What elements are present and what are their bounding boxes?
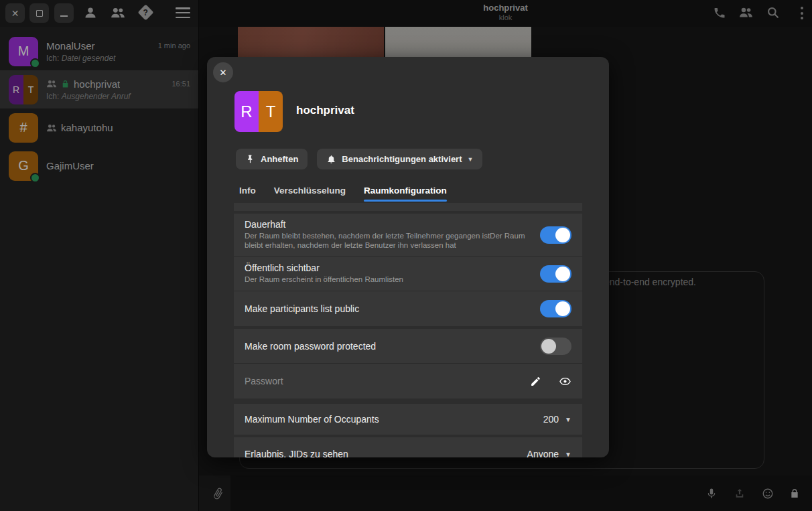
jid-visibility-value: Anyone <box>527 449 559 457</box>
group-icon <box>46 123 57 133</box>
avatar: M <box>9 37 38 66</box>
conversation-preview: Ich: Ausgehender Anruf <box>46 92 190 101</box>
chat-header: hochprivat klok <box>199 0 812 27</box>
maximize-icon <box>36 10 43 17</box>
contact-icon[interactable] <box>84 6 97 19</box>
minimize-icon <box>60 15 68 17</box>
app-window: ✕ ? M MonalUser 1 min ago <box>0 0 812 511</box>
encrypted-lock-icon <box>61 80 70 88</box>
setting-dauerhaft: Dauerhaft Der Raum bleibt bestehen, nach… <box>234 214 582 256</box>
send-icon[interactable] <box>734 488 746 500</box>
setting-participants-list-public: Make participants list public <box>234 291 582 326</box>
conversation-monaluser[interactable]: M MonalUser 1 min ago Ich: Datei gesende… <box>0 32 198 70</box>
encryption-notice: end-to-end encrypted. <box>604 277 696 287</box>
diamond-question-icon: ? <box>137 4 153 20</box>
avatar: G <box>9 151 38 181</box>
sidebar-toolbar: ✕ ? <box>0 0 198 27</box>
online-status-dot <box>30 58 40 68</box>
window-close-button[interactable]: ✕ <box>5 3 25 23</box>
room-details-dialog: ✕ R T hochprivat Anheften Benachrichtigu… <box>207 57 609 457</box>
groups-icon[interactable] <box>111 6 125 19</box>
chevron-down-icon: ▼ <box>468 156 474 163</box>
oeffentlich-sichtbar-toggle[interactable] <box>540 265 571 283</box>
window-maximize-button[interactable] <box>29 3 49 23</box>
setting-password-field[interactable]: Passwort <box>234 363 582 398</box>
attach-icon[interactable] <box>210 485 227 502</box>
call-icon[interactable] <box>713 6 726 19</box>
dialog-tabs: Info Verschlüsselung Raumkonfiguration <box>239 186 447 202</box>
scrolled-row-partial <box>234 203 582 211</box>
conversation-name: kahayutohu <box>61 122 113 133</box>
conversation-preview: Ich: Datei gesendet <box>46 54 190 63</box>
dauerhaft-toggle[interactable] <box>540 226 571 244</box>
members-icon[interactable] <box>739 6 753 19</box>
close-icon[interactable]: ✕ <box>213 62 233 82</box>
chat-subtitle: klok <box>483 13 527 21</box>
help-badge-icon[interactable]: ? <box>140 7 151 18</box>
dropdown-caret-icon[interactable]: ▼ <box>565 451 571 458</box>
setting-oeffentlich-sichtbar: Öffentlich sichtbar Der Raum erscheint i… <box>234 256 582 291</box>
password-protected-toggle[interactable] <box>540 338 571 355</box>
participants-list-toggle[interactable] <box>540 300 571 317</box>
show-password-icon[interactable] <box>559 375 571 388</box>
tab-verschluesselung[interactable]: Verschlüsselung <box>274 186 346 202</box>
tab-raumkonfiguration[interactable]: Raumkonfiguration <box>364 186 447 202</box>
group-icon <box>46 79 57 88</box>
avatar: R T <box>9 75 38 104</box>
setting-max-occupants[interactable]: Maximum Number of Occupants 200 ▼ <box>234 404 582 435</box>
setting-jid-visibility[interactable]: Erlaubnis, JIDs zu sehen Anyone ▼ <box>234 437 582 457</box>
encryption-lock-icon[interactable] <box>789 488 800 499</box>
max-occupants-value: 200 <box>543 414 559 425</box>
bell-icon <box>326 154 336 164</box>
notifications-button[interactable]: Benachrichtigungen aktiviert ▼ <box>317 149 482 169</box>
avatar: # <box>9 113 38 143</box>
message-input[interactable] <box>230 476 812 511</box>
sidebar: ✕ ? M MonalUser 1 min ago <box>0 0 199 511</box>
chat-title: hochprivat <box>483 3 527 13</box>
dropdown-caret-icon[interactable]: ▼ <box>565 416 571 423</box>
room-avatar: R T <box>234 91 283 132</box>
setting-password-protected: Make room password protected <box>234 329 582 363</box>
conversation-name: hochprivat <box>74 78 120 90</box>
menu-icon[interactable] <box>176 7 190 18</box>
conversation-kahayutohu[interactable]: # kahayutohu <box>0 108 198 147</box>
emoji-icon[interactable] <box>762 488 774 500</box>
tab-info[interactable]: Info <box>239 186 256 202</box>
window-minimize-button[interactable] <box>54 3 74 23</box>
microphone-icon[interactable] <box>705 488 718 500</box>
search-icon[interactable] <box>766 6 779 19</box>
more-options-icon[interactable] <box>801 7 803 22</box>
pin-icon <box>245 154 255 164</box>
conversation-name: GajimUser <box>46 160 94 171</box>
conversation-list: M MonalUser 1 min ago Ich: Datei gesende… <box>0 32 198 185</box>
room-config-list: Dauerhaft Der Raum bleibt bestehen, nach… <box>207 203 609 457</box>
conversation-hochprivat[interactable]: R T hochprivat 16:51 Ich: Ausgehen <box>0 70 198 108</box>
message-composer <box>199 476 812 511</box>
password-placeholder: Passwort <box>245 376 521 386</box>
conversation-time: 16:51 <box>172 80 190 88</box>
edit-password-icon[interactable] <box>530 376 541 387</box>
pin-button[interactable]: Anheften <box>236 149 308 169</box>
online-status-dot <box>30 173 40 183</box>
conversation-time: 1 min ago <box>158 42 190 50</box>
conversation-gajimuser[interactable]: G GajimUser <box>0 147 198 185</box>
conversation-name: MonalUser <box>46 40 95 52</box>
room-title: hochprivat <box>296 104 354 117</box>
